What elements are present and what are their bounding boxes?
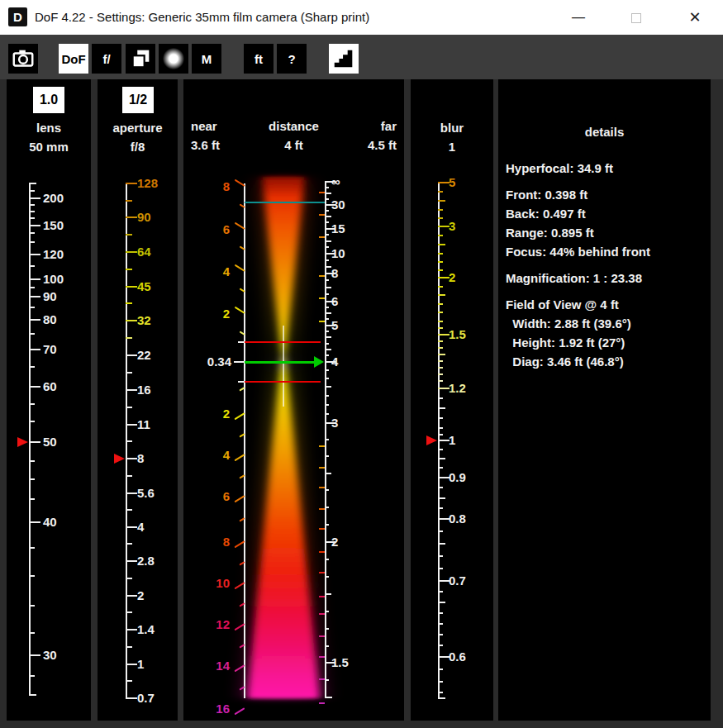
distance-minor-tick: [325, 266, 331, 268]
details-line: Width: 2.88 ft (39.6°): [506, 314, 707, 333]
focus-arrow[interactable]: [245, 361, 315, 364]
distance-blur-marker-tick: [319, 487, 325, 488]
lens-pointer[interactable]: [17, 437, 28, 447]
units-button[interactable]: ft: [244, 44, 274, 74]
lens-tick-label: 80: [43, 312, 57, 327]
aperture-tick-label: 11: [137, 417, 150, 432]
distance-minor-tick: [325, 611, 329, 612]
cone-blur-label: 8: [183, 179, 230, 194]
details-line: Focus: 44% behind front: [506, 242, 707, 261]
title-bar: D DoF 4.22 - Settings: Generic 35mm film…: [0, 0, 723, 35]
copy-button[interactable]: [126, 44, 155, 74]
lens-tick-label: 70: [43, 342, 57, 357]
lens-minor-tick: [29, 460, 35, 462]
glow-icon: [163, 48, 184, 69]
distance-minor-tick: [325, 234, 329, 236]
hyperfocal-line: [245, 202, 325, 203]
aperture-tick-label: 90: [137, 210, 151, 225]
lens-minor-tick: [29, 632, 35, 634]
distance-blur-marker-tick: [319, 321, 325, 322]
aperture-tick-label: 32: [137, 313, 151, 328]
distance-minor-tick: [325, 318, 329, 320]
details-group: Hyperfocal: 34.9 ft: [506, 159, 707, 178]
lens-minor-tick: [29, 265, 35, 267]
lens-tick-label: 90: [43, 289, 57, 304]
distance-tick-label: 8: [331, 266, 338, 281]
cone-blur-label: 6: [183, 222, 230, 237]
distance-tick-label: 4: [331, 354, 338, 369]
blur-minor-tick: [438, 645, 443, 646]
distance-minor-tick: [325, 439, 329, 440]
blur-tick-label: 0.7: [449, 573, 466, 588]
aperture-pointer[interactable]: [114, 454, 125, 464]
lens-minor-tick: [29, 183, 36, 184]
help-button[interactable]: ?: [277, 44, 307, 74]
distance-minor-tick: [325, 378, 329, 379]
aperture-major-tick: [126, 526, 137, 528]
camera-button[interactable]: [8, 44, 38, 74]
blur-minor-tick: [438, 434, 443, 435]
stairs-icon: [331, 46, 356, 71]
lens-tick-label: 50: [43, 435, 57, 450]
distance-minor-tick: [325, 489, 329, 491]
aperture-major-tick: [126, 629, 137, 630]
focus-arrow-head: [314, 356, 324, 368]
cone-blur-label: 4: [183, 264, 230, 279]
aperture-tick-label: 64: [137, 245, 151, 259]
lens-minor-tick: [29, 675, 35, 677]
distance-panel[interactable]: near 3.6 ft distance 4 ft far 4.5 ft: [183, 79, 404, 721]
distance-blur-marker-tick: [319, 613, 325, 615]
lens-tick-label: 60: [43, 379, 57, 394]
blur-minor-tick: [438, 417, 443, 419]
blur-disc-button[interactable]: [159, 44, 188, 74]
distance-blur-marker-tick: [319, 678, 325, 680]
maximize-button[interactable]: [618, 0, 654, 35]
blur-minor-tick: [438, 235, 443, 236]
close-button[interactable]: ✕: [677, 0, 713, 35]
steps-button[interactable]: [329, 44, 359, 74]
distance-minor-tick: [325, 331, 329, 332]
distance-blur-marker-tick: [319, 656, 325, 658]
lens-tick-label: 150: [43, 218, 64, 233]
aperture-minor-tick: [126, 337, 132, 339]
lens-multiplier-button[interactable]: 1.0: [33, 87, 64, 113]
window-title: DoF 4.22 - Settings: Generic 35mm film c…: [35, 0, 369, 35]
blur-minor-tick: [438, 327, 443, 329]
blur-minor-tick: [438, 458, 445, 459]
fstop-button[interactable]: f/: [92, 44, 121, 74]
blur-minor-tick: [438, 191, 443, 193]
blur-minor-tick: [438, 312, 443, 313]
details-line: Front: 0.398 ft: [506, 185, 707, 204]
blur-tick-label: 5: [449, 175, 455, 190]
distance-blur-marker-tick: [319, 275, 325, 277]
blur-tick-label: 2: [449, 270, 455, 285]
aperture-tick-label: 2: [137, 588, 144, 603]
distance-blur-marker-tick: [319, 572, 325, 573]
distance-blur-marker-tick: [319, 445, 325, 447]
blur-pointer[interactable]: [426, 435, 437, 445]
cone-blur-label: 14: [183, 659, 230, 673]
aperture-panel[interactable]: 1/2 aperture f/8 1289064453222161185.642…: [98, 79, 178, 721]
blur-panel[interactable]: blur 1 5321.51.210.90.80.70.6: [411, 79, 493, 721]
dof-button[interactable]: DoF: [59, 44, 88, 74]
aperture-tick-label: 5.6: [137, 486, 155, 501]
cone-left-scale-line: [244, 183, 245, 698]
manual-button[interactable]: M: [192, 44, 221, 74]
cone-blur-label: 6: [183, 489, 230, 504]
blur-tick-label: 0.9: [449, 470, 466, 485]
aperture-major-tick: [126, 354, 137, 356]
min-blur-label: 0.34: [183, 354, 231, 369]
details-line: Magnification: 1 : 23.38: [506, 269, 707, 288]
blur-minor-tick: [438, 340, 443, 342]
aperture-major-tick: [126, 320, 137, 321]
minimize-button[interactable]: —: [560, 0, 597, 35]
blur-minor-tick: [438, 407, 445, 409]
aperture-major-tick: [126, 560, 137, 562]
far-limit-line: [245, 341, 321, 343]
lens-minor-tick: [29, 287, 35, 288]
lens-tick-label: 30: [43, 648, 57, 663]
blur-minor-tick: [438, 253, 443, 255]
aperture-step-button[interactable]: 1/2: [122, 87, 154, 113]
distance-minor-tick: [325, 210, 329, 212]
lens-panel[interactable]: 1.0 lens 50 mm 2001501201009080706050403…: [7, 79, 91, 721]
